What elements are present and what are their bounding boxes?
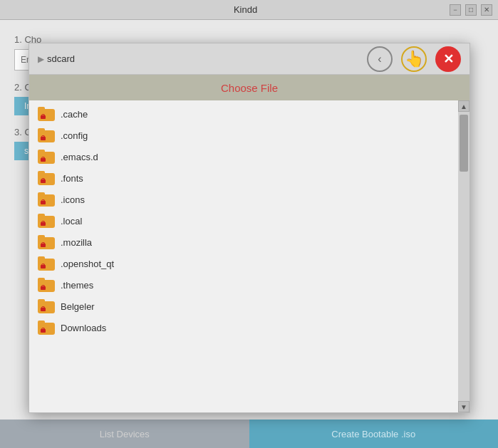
lock-icon bbox=[41, 135, 46, 140]
titlebar: Kindd － □ ✕ bbox=[0, 0, 498, 20]
file-name: .cache bbox=[61, 109, 88, 120]
folder-icon bbox=[38, 192, 55, 207]
location-text: sdcard bbox=[47, 53, 75, 64]
modal-topbar: ▶ sdcard ‹ 👆 ✕ bbox=[29, 43, 470, 75]
file-name: .emacs.d bbox=[61, 152, 98, 162]
file-name: .local bbox=[61, 216, 82, 226]
list-item[interactable]: .config bbox=[29, 125, 458, 146]
folder-icon bbox=[38, 171, 55, 185]
scrollbar-thumb[interactable] bbox=[460, 115, 468, 172]
file-name: Downloads bbox=[61, 323, 106, 333]
list-item[interactable]: .fonts bbox=[29, 167, 458, 189]
lock-icon bbox=[41, 199, 46, 204]
folder-icon bbox=[38, 235, 55, 249]
close-dialog-button[interactable]: ✕ bbox=[435, 46, 461, 72]
scrollbar-up-arrow[interactable]: ▲ bbox=[458, 100, 470, 112]
list-item[interactable]: Downloads bbox=[29, 317, 458, 338]
back-button[interactable]: ‹ bbox=[367, 46, 393, 72]
back-icon: ‹ bbox=[378, 53, 381, 66]
file-list-wrapper: .cache.config.emacs.d.fonts.icons.local.… bbox=[29, 100, 470, 412]
list-item[interactable]: .openshot_qt bbox=[29, 253, 458, 274]
list-item[interactable]: .icons bbox=[29, 189, 458, 210]
file-list: .cache.config.emacs.d.fonts.icons.local.… bbox=[29, 100, 458, 412]
lock-icon bbox=[41, 178, 46, 183]
maximize-button[interactable]: □ bbox=[465, 4, 477, 16]
close-button[interactable]: ✕ bbox=[481, 4, 492, 16]
file-name: .mozilla bbox=[61, 237, 92, 248]
close-icon: ✕ bbox=[443, 51, 454, 67]
file-name: .icons bbox=[61, 194, 85, 205]
bottom-bar: List Devices Create Bootable .iso bbox=[0, 420, 498, 448]
list-item[interactable]: Belgeler bbox=[29, 296, 458, 317]
modal-header: Choose File bbox=[29, 75, 470, 100]
hand-icon: 👆 bbox=[405, 50, 424, 68]
titlebar-controls[interactable]: － □ ✕ bbox=[450, 4, 492, 16]
folder-icon bbox=[38, 214, 55, 228]
list-devices-button[interactable]: List Devices bbox=[0, 420, 249, 448]
folder-icon bbox=[38, 256, 55, 271]
location-bar: ▶ sdcard bbox=[38, 53, 75, 64]
choose-file-title: Choose File bbox=[221, 82, 278, 94]
scrollbar-down-arrow[interactable]: ▼ bbox=[458, 401, 470, 412]
list-item[interactable]: .themes bbox=[29, 274, 458, 296]
window-title: Kindd bbox=[41, 4, 450, 15]
folder-icon bbox=[38, 278, 55, 292]
list-item[interactable]: .cache bbox=[29, 103, 458, 125]
lock-icon bbox=[41, 306, 46, 311]
file-name: Belgeler bbox=[61, 301, 95, 312]
lock-icon bbox=[41, 114, 46, 119]
file-name: .openshot_qt bbox=[61, 259, 114, 269]
scrollbar[interactable]: ▲ ▼ bbox=[458, 100, 470, 412]
list-item[interactable]: .emacs.d bbox=[29, 146, 458, 167]
file-chooser-dialog: ▶ sdcard ‹ 👆 ✕ Choose File .cache.config… bbox=[28, 43, 470, 413]
list-item[interactable]: .local bbox=[29, 210, 458, 231]
list-item[interactable]: .mozilla bbox=[29, 231, 458, 253]
folder-icon bbox=[38, 150, 55, 164]
confirm-button[interactable]: 👆 bbox=[401, 46, 427, 72]
lock-icon bbox=[41, 157, 46, 162]
scrollbar-track[interactable] bbox=[460, 112, 468, 401]
folder-icon bbox=[38, 128, 55, 142]
file-name: .fonts bbox=[61, 173, 83, 184]
location-arrow-icon: ▶ bbox=[38, 54, 44, 64]
file-name: .config bbox=[61, 130, 88, 141]
lock-icon bbox=[41, 221, 46, 226]
lock-icon bbox=[41, 328, 46, 333]
folder-icon bbox=[38, 107, 55, 121]
file-name: .themes bbox=[61, 280, 93, 291]
folder-icon bbox=[38, 321, 55, 335]
lock-icon bbox=[41, 264, 46, 269]
minimize-button[interactable]: － bbox=[450, 4, 461, 16]
lock-icon bbox=[41, 285, 46, 290]
create-bootable-button[interactable]: Create Bootable .iso bbox=[249, 420, 499, 448]
folder-icon bbox=[38, 299, 55, 313]
lock-icon bbox=[41, 242, 46, 247]
